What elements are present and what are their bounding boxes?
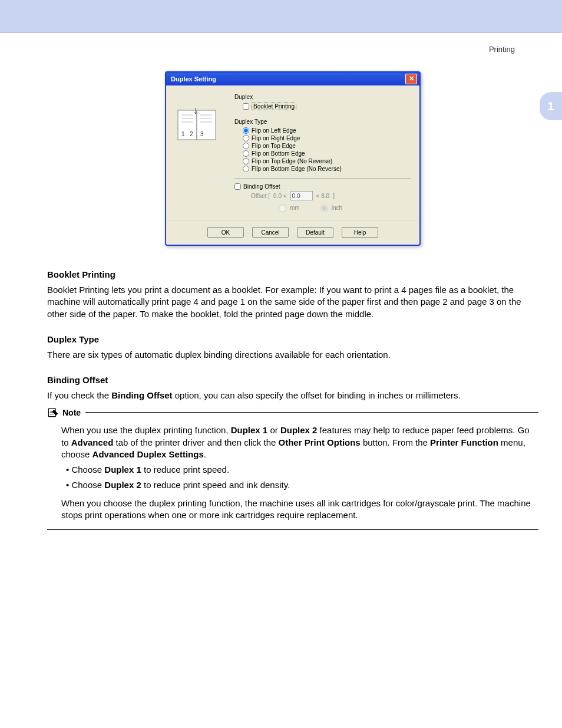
flip-top-noreverse-radio[interactable]: Flip on Top Edge (No Reverse) [243,158,411,164]
booklet-printing-checkbox[interactable]: Booklet Printing [243,103,411,110]
cancel-button[interactable]: Cancel [252,227,289,238]
flip-bottom-noreverse-radio[interactable]: Flip on Bottom Edge (No Reverse) [243,166,411,172]
flip-top-edge-radio[interactable]: Flip on Top Edge [243,143,411,149]
flip-bottom-edge-radio[interactable]: Flip on Bottom Edge [243,150,411,157]
group-divider [234,178,411,179]
duplex-type-group-label: Duplex Type [234,118,411,125]
binding-offset-checkbox[interactable]: Binding Offset [234,183,411,190]
chapter-side-tab: 1 [540,92,562,120]
note-bullet-2: • Choose Duplex 2 to reduce print speed … [66,479,538,491]
dialog-titlebar: Duplex Setting ✕ [166,73,419,85]
note-para1: When you use the duplex printing functio… [61,424,538,460]
booklet-printing-label: Booklet Printing [252,103,296,110]
svg-text:2: 2 [190,131,193,137]
note-label: Note [62,408,81,417]
svg-text:3: 3 [200,131,204,137]
duplex-setting-dialog: Duplex Setting ✕ [165,71,421,246]
flip-right-edge-radio[interactable]: Flip on Right Edge [243,135,411,141]
duplex-preview: 1 2 3 [174,94,227,212]
flip-left-edge-radio[interactable]: Flip on Left Edge [243,127,411,134]
offset-value-row: Offset [ 0.0 < < 8.0 ] [251,191,411,200]
booklet-printing-input[interactable] [243,103,249,110]
note-bullet-1: • Choose Duplex 1 to reduce print speed. [66,464,538,476]
top-header-band [0,0,562,32]
help-button[interactable]: Help [342,227,378,238]
dialog-title: Duplex Setting [171,75,216,83]
note-header: Note [47,407,85,419]
booklet-heading: Booklet Printing [47,269,538,279]
default-button[interactable]: Default [297,227,333,238]
duplex-type-heading: Duplex Type [47,334,538,344]
section-title: Printing [489,45,515,54]
offset-unit-row: mm inch [276,203,411,212]
close-icon: ✕ [409,75,414,82]
offset-input[interactable] [290,191,313,200]
pencil-note-icon [47,407,59,419]
section-header: Printing [47,33,538,54]
ok-button[interactable]: OK [207,227,244,238]
svg-text:1: 1 [181,131,185,137]
duplex-group-label: Duplex [234,94,411,100]
duplex-type-body: There are six types of automatic duplex … [47,349,538,361]
unit-mm-radio[interactable]: mm [276,203,300,212]
note-para2: When you choose the duplex printing func… [61,498,538,522]
booklet-body: Booklet Printing lets you print a docume… [47,284,538,320]
close-button[interactable]: ✕ [405,74,417,84]
unit-inch-radio[interactable]: inch [318,203,342,212]
binding-offset-heading: Binding Offset [47,375,538,385]
booklet-preview-icon: 1 2 3 [174,106,222,147]
binding-offset-body: If you check the Binding Offset option, … [47,390,538,401]
page-content: Printing 1 Duplex Setting ✕ [0,33,562,530]
note-block: Note When you use the duplex printing fu… [47,412,538,530]
